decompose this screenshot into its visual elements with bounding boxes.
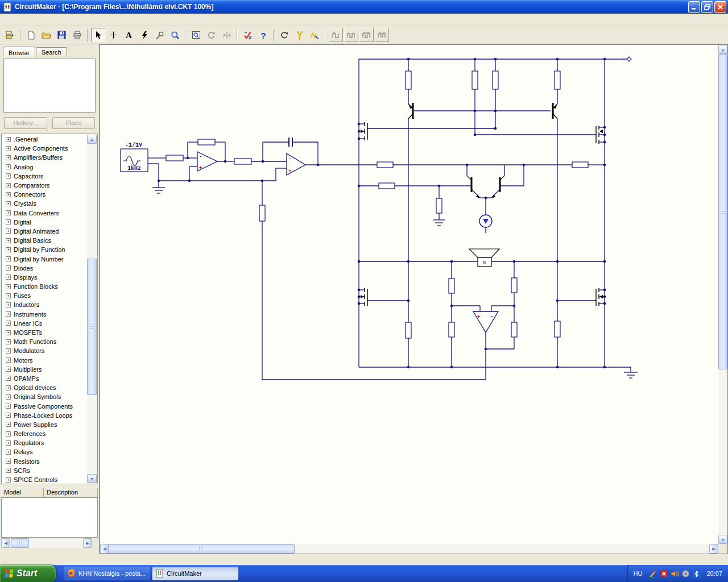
expand-icon[interactable]: +	[6, 440, 11, 446]
reset-button[interactable]	[277, 28, 291, 42]
tree-item[interactable]: + Function Blocks	[2, 282, 87, 291]
tree-item[interactable]: + Optical devices	[2, 383, 87, 392]
mixed-mode-button[interactable]	[241, 28, 255, 42]
expand-icon[interactable]: +	[6, 275, 11, 280]
menu-item[interactable]	[30, 18, 39, 22]
expand-icon[interactable]: +	[6, 413, 11, 418]
tree-item[interactable]: + Crystals	[2, 199, 87, 208]
tree-item[interactable]: + Connectors	[2, 190, 87, 199]
expand-icon[interactable]: +	[6, 431, 11, 436]
close-button[interactable]	[714, 1, 726, 13]
tab-search[interactable]: Search	[36, 47, 67, 57]
canvas-hscroll-thumb[interactable]	[108, 544, 295, 554]
tree-item[interactable]: + Diodes	[2, 264, 87, 273]
new-file-button[interactable]	[24, 28, 38, 42]
probe-button[interactable]	[152, 28, 167, 42]
expand-icon[interactable]: +	[6, 201, 11, 206]
expand-icon[interactable]: +	[6, 404, 11, 409]
model-scroll-thumb[interactable]	[11, 538, 29, 548]
zoom-window-button[interactable]	[189, 28, 203, 42]
expand-icon[interactable]: +	[6, 192, 11, 197]
step-breaks-button[interactable]	[375, 28, 389, 42]
expand-icon[interactable]: +	[6, 238, 11, 243]
schematic[interactable]: -+ -+ +- -1/1V 1kHz 8	[100, 45, 718, 544]
run-simulation-button[interactable]	[137, 28, 151, 42]
tree-item[interactable]: + .General	[2, 135, 87, 144]
tree-item[interactable]: + MOSFETs	[2, 328, 87, 337]
scroll-left-icon[interactable]: ◀	[1, 538, 10, 548]
device-icon[interactable]	[681, 569, 690, 578]
tree-item[interactable]: + Passive Components	[2, 401, 87, 410]
volume-icon[interactable]	[671, 569, 679, 578]
tree-item[interactable]: + References	[2, 429, 87, 438]
scroll-right-icon[interactable]: ▶	[709, 544, 718, 554]
expand-icon[interactable]: +	[6, 357, 11, 363]
expand-icon[interactable]: +	[6, 385, 11, 390]
expand-icon[interactable]: +	[6, 210, 11, 215]
scroll-up-icon[interactable]: ▲	[87, 135, 97, 144]
scroll-right-icon[interactable]: ▶	[83, 538, 92, 548]
tree-item[interactable]: + Inductors	[2, 300, 87, 309]
panel-toggle-button[interactable]	[3, 28, 17, 42]
canvas-vertical-scrollbar[interactable]: ▲ ▼	[718, 45, 727, 544]
tree-item[interactable]: + Modulators	[2, 346, 87, 355]
expand-icon[interactable]: +	[6, 422, 11, 427]
tree-item[interactable]: + Linear ICs	[2, 319, 87, 328]
tree-item[interactable]: + Active Components	[2, 144, 87, 153]
expand-icon[interactable]: +	[6, 293, 11, 298]
expand-icon[interactable]: +	[6, 247, 11, 252]
canvas-horizontal-scrollbar[interactable]: ◀ ▶	[100, 544, 718, 554]
flip-button[interactable]	[220, 28, 234, 42]
tree-item[interactable]: + Power Supplies	[2, 420, 87, 429]
step-once-button[interactable]	[329, 28, 343, 42]
taskbar-task-khn[interactable]: KHN Nostalgia - posta...	[64, 567, 150, 580]
bluetooth-icon[interactable]	[692, 569, 701, 578]
tree-item[interactable]: + Digital by Function	[2, 245, 87, 254]
tab-browse[interactable]: Browse	[3, 47, 35, 57]
open-file-button[interactable]	[39, 28, 53, 42]
expand-icon[interactable]: +	[6, 284, 11, 289]
menu-item[interactable]	[57, 18, 66, 22]
tree-scroll-thumb[interactable]	[87, 259, 97, 395]
select-cursor-button[interactable]	[91, 28, 105, 42]
hotkey-button[interactable]: Hotkey...	[4, 117, 47, 129]
tree-item[interactable]: + Data Converters	[2, 209, 87, 218]
clock[interactable]: 20:07	[706, 570, 722, 577]
tree-item[interactable]: + Fuses	[2, 291, 87, 300]
expand-icon[interactable]: +	[6, 468, 11, 473]
expand-icon[interactable]: +	[6, 219, 11, 225]
expand-icon[interactable]: +	[6, 450, 11, 455]
step-multi-button[interactable]	[359, 28, 374, 42]
expand-icon[interactable]: +	[6, 376, 11, 381]
waveform-button[interactable]	[308, 28, 322, 42]
tree-item[interactable]: + Amplifiers/Buffers	[2, 153, 87, 162]
tree-item[interactable]: + Original Symbols	[2, 392, 87, 401]
menu-item[interactable]	[48, 18, 57, 22]
expand-icon[interactable]: +	[6, 256, 11, 261]
rotate-button[interactable]	[204, 28, 218, 42]
expand-icon[interactable]: +	[6, 146, 11, 151]
language-indicator[interactable]: HU	[634, 570, 643, 577]
security-alert-icon[interactable]	[660, 569, 668, 578]
tree-item[interactable]: + Capacitors	[2, 172, 87, 181]
place-part-button[interactable]	[106, 28, 121, 42]
expand-icon[interactable]: +	[6, 265, 11, 271]
expand-icon[interactable]: +	[6, 477, 11, 483]
restore-button[interactable]	[701, 1, 713, 13]
tree-scrollbar[interactable]: ▲ ▼	[87, 135, 97, 483]
print-button[interactable]	[70, 28, 84, 42]
expand-icon[interactable]: +	[6, 394, 11, 400]
expand-icon[interactable]: +	[6, 302, 11, 307]
probe-wand-button[interactable]	[292, 28, 307, 42]
tree-item[interactable]: + SPICE Controls	[2, 475, 87, 483]
tree-item[interactable]: + Digital Basics	[2, 236, 87, 245]
expand-icon[interactable]: +	[6, 321, 11, 326]
step-run-button[interactable]	[344, 28, 358, 42]
minimize-button[interactable]	[688, 1, 700, 13]
model-column-header[interactable]: Model	[1, 488, 44, 497]
tree-item[interactable]: + Phase-Locked Loops	[2, 411, 87, 420]
expand-icon[interactable]: +	[6, 339, 11, 344]
tree-item[interactable]: + Digital by Number	[2, 254, 87, 263]
help-button[interactable]: ?	[256, 28, 270, 42]
canvas-vscroll-thumb[interactable]	[718, 54, 727, 369]
